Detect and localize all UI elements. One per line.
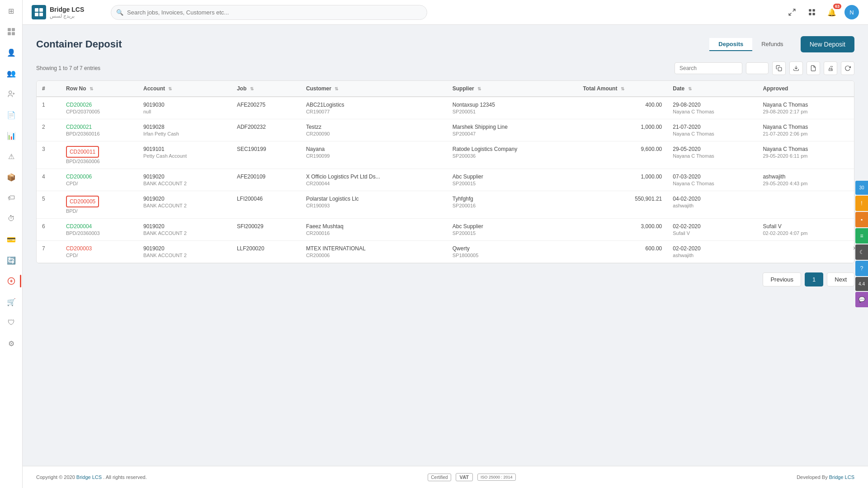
col-num[interactable]: #	[37, 81, 61, 97]
table-row: 7 CD200003 CPD/ 9019020BANK ACCOUNT 2 LL…	[37, 241, 854, 263]
svg-rect-1	[12, 28, 15, 31]
fullscreen-icon[interactable]	[785, 5, 799, 19]
cell-row-no: CD200021 BPD/20360016	[61, 119, 138, 141]
svg-rect-3	[12, 32, 15, 35]
col-row-no[interactable]: Row No ⇅	[61, 81, 138, 97]
orange-side-btn[interactable]: ▪	[855, 212, 868, 227]
deposit-link[interactable]: CD200011	[66, 146, 99, 158]
col-customer[interactable]: Customer ⇅	[301, 81, 447, 97]
deposit-link[interactable]: CD200003	[66, 245, 92, 252]
person-add-icon[interactable]	[5, 88, 18, 100]
tabs: Deposits Refunds	[708, 37, 793, 52]
table-controls: Showing 1 to 7 of 7 entries 25	[36, 61, 854, 75]
alert-icon[interactable]: ⚠	[5, 150, 18, 163]
users-icon[interactable]: 👤	[5, 46, 18, 59]
table-search-input[interactable]	[675, 62, 742, 74]
home-icon[interactable]: ⊞	[5, 5, 18, 17]
deposit-link[interactable]: CD200005	[66, 196, 99, 207]
invoice-icon[interactable]: 📄	[5, 108, 18, 121]
logo-area: Bridge LCS بريدج لسس	[32, 5, 104, 19]
global-search-input[interactable]	[111, 5, 427, 20]
chevron-right-icon[interactable]: ›	[853, 244, 855, 251]
notification-icon[interactable]: 🔔 63	[825, 5, 839, 19]
footer-dev-link[interactable]: Bridge LCS	[829, 474, 854, 480]
cell-num: 5	[37, 191, 61, 219]
per-page-input[interactable]: 25	[746, 62, 769, 74]
next-button[interactable]: Next	[827, 272, 854, 286]
chat-side-icon[interactable]: 💬	[855, 292, 868, 307]
clock-icon[interactable]: ⏱	[5, 212, 18, 225]
iso-badge: ISO 25000 : 2014	[477, 474, 516, 481]
cell-account: 9019020BANK ACCOUNT 2	[138, 191, 231, 219]
col-supplier[interactable]: Supplier ⇅	[447, 81, 578, 97]
help-side-icon[interactable]: ?	[855, 261, 868, 276]
deposit-link[interactable]: CD200006	[66, 174, 92, 180]
cell-account: 9019020BANK ACCOUNT 2	[138, 241, 231, 263]
deposit-link[interactable]: CD200021	[66, 124, 92, 130]
deposits-table: # Row No ⇅ Account ⇅ Job ⇅ Customer ⇅ Su…	[36, 80, 854, 263]
tab-refunds[interactable]: Refunds	[752, 38, 792, 51]
cart-icon[interactable]: 🛒	[5, 296, 18, 308]
refresh-icon[interactable]: 🔄	[5, 254, 18, 267]
grid-icon[interactable]	[805, 5, 819, 19]
cell-num: 1	[37, 97, 61, 119]
rating-side-btn[interactable]: 4.4	[855, 277, 868, 291]
box-icon[interactable]: 📦	[5, 171, 18, 183]
shield-icon[interactable]: 🛡	[5, 316, 18, 329]
notification-side-icon[interactable]: !	[855, 196, 868, 211]
previous-button[interactable]: Previous	[763, 272, 801, 286]
refresh-icon-btn[interactable]	[841, 61, 854, 75]
cell-total-amount: 1,000.00	[577, 169, 667, 191]
tag-icon[interactable]: 🏷	[5, 192, 18, 204]
tab-deposits[interactable]: Deposits	[709, 38, 752, 51]
footer-company-link[interactable]: Bridge LCS	[76, 474, 102, 480]
svg-rect-16	[809, 13, 811, 15]
file-icon-btn[interactable]	[807, 61, 820, 75]
green-side-btn[interactable]: ≡	[855, 228, 868, 244]
page-1-button[interactable]: 1	[805, 272, 823, 286]
col-total-amount[interactable]: Total Amount ⇅	[577, 81, 667, 97]
cell-row-no: CD200004 BPD/20360003	[61, 219, 138, 241]
new-deposit-button[interactable]: New Deposit	[801, 36, 854, 52]
moon-side-icon[interactable]: ☾	[855, 244, 868, 260]
global-search-bar[interactable]: 🔍	[111, 5, 427, 20]
cell-customer: TestzzCR200090	[301, 119, 447, 141]
expand-right-icon[interactable]: 30	[855, 181, 868, 195]
col-date[interactable]: Date ⇅	[667, 81, 757, 97]
cell-total-amount: 9,600.00	[577, 141, 667, 169]
download-icon-btn[interactable]	[789, 61, 803, 75]
deposit-link[interactable]: CD200004	[66, 223, 92, 230]
col-approved[interactable]: Approved	[757, 81, 854, 97]
logo-image	[32, 5, 46, 19]
group-icon[interactable]: 👥	[5, 67, 18, 80]
svg-rect-2	[8, 32, 11, 35]
table-row: 1 CD200026 CPD/20370005 9019030null AFE2…	[37, 97, 854, 119]
cell-date: 29-05-2020Nayana C Thomas	[667, 141, 757, 169]
col-job[interactable]: Job ⇅	[231, 81, 301, 97]
svg-rect-14	[809, 9, 811, 11]
cell-row-no: CD200003 CPD/	[61, 241, 138, 263]
deposit-link[interactable]: CD200026	[66, 102, 92, 108]
cell-approved: Nayana C Thomas29-05-2020 6:11 pm	[757, 141, 854, 169]
table-header-row: # Row No ⇅ Account ⇅ Job ⇅ Customer ⇅ Su…	[37, 81, 854, 97]
cell-row-no: CD200026 CPD/20370005	[61, 97, 138, 119]
chart-icon[interactable]: 📊	[5, 129, 18, 142]
cell-approved	[757, 191, 854, 219]
svg-point-4	[9, 91, 11, 94]
card-icon[interactable]: 💳	[5, 233, 18, 246]
settings-icon[interactable]: ⚙	[5, 337, 18, 350]
svg-rect-9	[39, 8, 43, 12]
copy-icon-btn[interactable]	[772, 61, 786, 75]
print-icon-btn[interactable]: 🖨	[824, 61, 837, 75]
col-account[interactable]: Account ⇅	[138, 81, 231, 97]
cell-date: 29-08-2020Nayana C Thomas	[667, 97, 757, 119]
cell-approved: Sufail V02-02-2020 4:07 pm	[757, 219, 854, 241]
cell-customer: Faeez MushtaqCR200016	[301, 219, 447, 241]
table-row: 3 CD200011 BPD/20360006 9019101Petty Cas…	[37, 141, 854, 169]
svg-rect-11	[39, 13, 43, 16]
cell-job: AFE200109	[231, 169, 301, 191]
deposit-icon[interactable]	[5, 275, 18, 287]
developed-by-text: Developed By	[797, 474, 828, 480]
avatar[interactable]: N	[844, 5, 859, 19]
dashboard-icon[interactable]	[5, 25, 18, 38]
